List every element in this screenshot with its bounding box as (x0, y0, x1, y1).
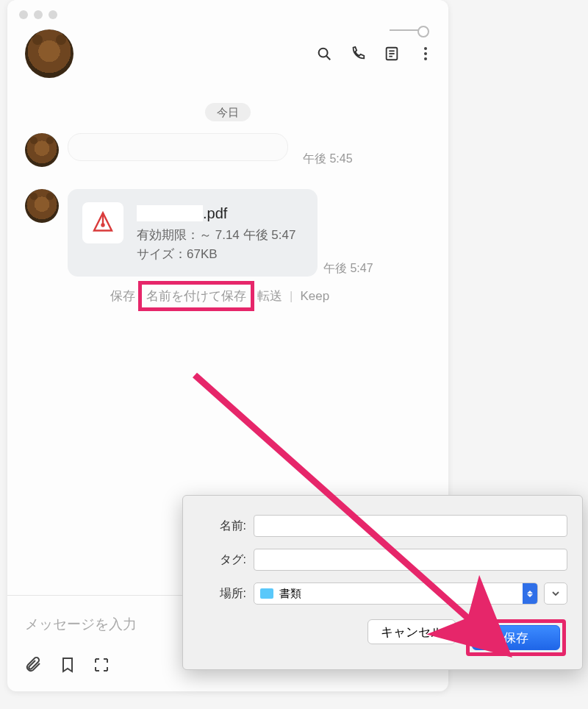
file-actions: 保存 名前を付けて保存 転送 | Keep (110, 284, 373, 308)
search-icon[interactable] (316, 46, 332, 62)
file-expiry: 有効期限：～ 7.14 午後 5:47 (137, 226, 295, 245)
notes-icon[interactable] (384, 46, 400, 62)
avatar[interactable] (25, 29, 74, 78)
cancel-button[interactable]: キャンセル (368, 619, 456, 644)
minimize-dot[interactable] (34, 10, 43, 19)
svg-point-0 (319, 49, 328, 57)
save-button[interactable]: 保存 (472, 625, 560, 650)
save-dialog: 名前: タグ: 場所: 書類 キャンセル 保存 (182, 495, 583, 670)
file-info: x.pdf 有効期限：～ 7.14 午後 5:47 サイズ：67KB (137, 202, 295, 263)
close-dot[interactable] (19, 10, 28, 19)
date-separator: 今日 (25, 106, 431, 120)
chat-header (7, 22, 448, 93)
message-time: 午後 5:45 (303, 152, 353, 167)
message-time: 午後 5:47 (323, 261, 373, 277)
action-forward[interactable]: 転送 (257, 288, 282, 304)
file-name: x.pdf (137, 202, 295, 224)
file-size: サイズ：67KB (137, 245, 295, 264)
opacity-slider[interactable] (390, 29, 426, 31)
message-row: 午後 5:45 (25, 133, 431, 167)
svg-line-1 (326, 56, 330, 60)
capture-icon[interactable] (93, 656, 110, 674)
name-label: 名前: (183, 519, 254, 534)
action-save-as[interactable]: 名前を付けて保存 (138, 281, 254, 311)
avatar[interactable] (25, 189, 59, 223)
more-menu-icon[interactable] (417, 46, 434, 62)
select-arrows-icon (523, 583, 537, 604)
message-bubble[interactable] (68, 133, 288, 161)
message-row: x.pdf 有効期限：～ 7.14 午後 5:47 サイズ：67KB 午後 5:… (25, 189, 431, 308)
tag-label: タグ: (183, 552, 254, 568)
action-keep[interactable]: Keep (300, 289, 329, 304)
pdf-icon (82, 202, 123, 243)
save-highlight: 保存 (466, 619, 566, 656)
call-icon[interactable] (350, 46, 366, 62)
action-save[interactable]: 保存 (110, 288, 135, 304)
attachment-icon[interactable] (25, 656, 43, 674)
avatar[interactable] (25, 133, 59, 167)
window-traffic-lights (7, 0, 448, 22)
tag-field[interactable] (254, 549, 567, 571)
bookmark-icon[interactable] (59, 656, 76, 674)
maximize-dot[interactable] (49, 10, 57, 19)
location-label: 場所: (183, 586, 254, 602)
location-select[interactable]: 書類 (254, 582, 538, 605)
expand-button[interactable] (544, 582, 567, 605)
name-field[interactable] (254, 515, 567, 537)
file-message[interactable]: x.pdf 有効期限：～ 7.14 午後 5:47 サイズ：67KB (68, 189, 318, 277)
folder-icon (260, 588, 273, 599)
